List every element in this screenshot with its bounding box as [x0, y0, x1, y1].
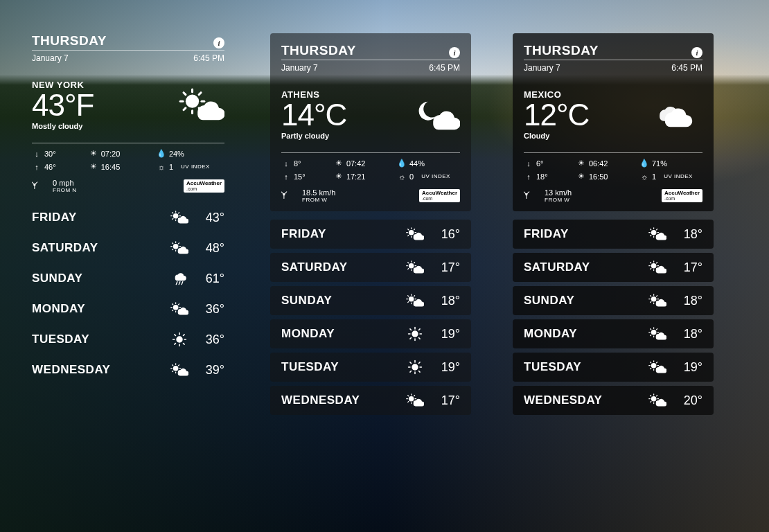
forecast-day: TUESDAY — [32, 332, 168, 346]
details-grid: ↓6° ☀06:42 💧71% ↑18° ☀16:50 ☼1 UV INDEX — [524, 159, 702, 181]
forecast-temp: 19° — [669, 360, 702, 375]
forecast-icon — [168, 362, 191, 378]
wind-icon — [524, 188, 539, 203]
current-temperature: 43°F — [32, 90, 94, 121]
forecast-row[interactable]: WEDNESDAY 17° — [270, 386, 471, 415]
current-date: January 7 — [281, 63, 318, 73]
wind-direction: N — [72, 187, 76, 193]
weather-widget: THURSDAY i January 7 6:45 PM NEW YORK 43… — [28, 33, 229, 415]
partly-cloudy-icon — [406, 293, 424, 308]
forecast-day: SATURDAY — [32, 241, 168, 255]
forecast-row[interactable]: SUNDAY 18° — [270, 286, 471, 315]
forecast-day: WEDNESDAY — [281, 393, 403, 407]
condition-text: Partly cloudy — [281, 132, 346, 140]
forecast-row[interactable]: SATURDAY 17° — [513, 253, 714, 282]
sunset: ☀16:45 — [89, 162, 157, 171]
info-button[interactable]: i — [691, 47, 702, 58]
sunrise: ☀07:20 — [89, 149, 157, 158]
header-row: THURSDAY i — [524, 43, 702, 60]
accuweather-logo[interactable]: AccuWeather .com — [184, 179, 224, 193]
forecast-temp: 19° — [427, 327, 460, 342]
current-date: January 7 — [32, 53, 69, 63]
forecast-row[interactable]: WEDNESDAY 20° — [513, 386, 714, 415]
info-button[interactable]: i — [449, 47, 460, 58]
high-temp: ↑15° — [281, 172, 334, 181]
forecast-day: FRIDAY — [32, 211, 168, 224]
forecast-temp: 61° — [191, 272, 224, 286]
sunrise-icon: ☀ — [334, 159, 344, 168]
accuweather-logo[interactable]: AccuWeather .com — [662, 189, 702, 202]
current-time: 6:45 PM — [193, 53, 224, 63]
droplet-icon: 💧 — [157, 149, 166, 158]
condition-text: Mostly cloudy — [32, 122, 94, 130]
forecast-list: FRIDAY 43° SATURDAY 48° SUNDAY 61° MONDA… — [28, 206, 229, 382]
arrow-down-icon: ↓ — [524, 159, 533, 168]
sunrise-icon: ☀ — [89, 149, 98, 158]
forecast-icon — [646, 326, 669, 342]
details-grid: ↓30° ☀07:20 💧24% ↑46° ☀16:45 ☼1 UV INDEX — [32, 149, 224, 171]
forecast-temp: 36° — [191, 302, 224, 317]
forecast-temp: 18° — [427, 294, 460, 308]
partly-cloudy-icon — [179, 88, 224, 123]
partly-cloudy-icon — [170, 210, 188, 225]
condition-text: Cloudy — [524, 132, 589, 140]
forecast-row[interactable]: SUNDAY 18° — [513, 286, 714, 315]
current-time: 6:45 PM — [429, 63, 460, 73]
wind-icon — [524, 188, 539, 203]
forecast-row[interactable]: MONDAY 36° — [28, 297, 229, 321]
sunset: ☀17:21 — [334, 172, 397, 181]
forecast-row[interactable]: SATURDAY 17° — [270, 253, 471, 282]
forecast-temp: 48° — [191, 241, 224, 256]
forecast-day: WEDNESDAY — [524, 393, 646, 407]
divider — [281, 152, 460, 153]
forecast-icon — [646, 227, 669, 242]
forecast-row[interactable]: TUESDAY 19° — [270, 353, 471, 382]
current-weather-icon — [179, 88, 224, 123]
accuweather-logo[interactable]: AccuWeather .com — [419, 189, 460, 202]
current-conditions: ATHENS 14°C Partly cloudy — [281, 82, 460, 144]
forecast-row[interactable]: MONDAY 18° — [513, 319, 714, 348]
forecast-day: TUESDAY — [524, 360, 646, 374]
forecast-day: SATURDAY — [524, 260, 646, 274]
forecast-icon — [168, 301, 191, 317]
forecast-icon — [168, 332, 191, 347]
partly-cloudy-icon — [648, 326, 666, 342]
sunny-icon — [170, 332, 188, 347]
forecast-day: FRIDAY — [281, 227, 403, 241]
sunset-icon: ☀ — [576, 172, 586, 181]
uv-index: ☼0 UV INDEX — [397, 172, 460, 181]
sunrise-icon: ☀ — [576, 159, 586, 168]
wind-icon — [32, 178, 47, 193]
forecast-row[interactable]: TUESDAY 19° — [513, 353, 714, 382]
details-grid: ↓8° ☀07:42 💧44% ↑15° ☀17:21 ☼0 UV INDEX — [281, 159, 460, 181]
info-button[interactable]: i — [213, 37, 224, 48]
current-day: THURSDAY — [32, 33, 107, 48]
high-temp: ↑18° — [524, 172, 576, 181]
wind-icon — [281, 188, 297, 203]
forecast-row[interactable]: FRIDAY 16° — [270, 220, 471, 249]
forecast-row[interactable]: SUNDAY 61° — [28, 267, 229, 290]
partly-cloudy-icon — [648, 260, 666, 275]
forecast-row[interactable]: FRIDAY 18° — [513, 220, 714, 249]
forecast-row[interactable]: FRIDAY 43° — [28, 206, 229, 229]
weather-widget: THURSDAY i January 7 6:45 PM ATHENS 14°C… — [270, 33, 471, 415]
divider — [524, 152, 702, 153]
partly-cloudy-icon — [170, 240, 188, 256]
forecast-row[interactable]: TUESDAY 36° — [28, 328, 229, 351]
wind-direction: W — [564, 197, 569, 203]
forecast-row[interactable]: MONDAY 19° — [270, 319, 471, 348]
forecast-temp: 16° — [427, 227, 460, 242]
forecast-icon — [168, 271, 191, 286]
forecast-row[interactable]: WEDNESDAY 39° — [28, 358, 229, 382]
partly-cloudy-icon — [170, 301, 188, 317]
weather-widget: THURSDAY i January 7 6:45 PM MEXICO 12°C… — [513, 33, 714, 415]
forecast-row[interactable]: SATURDAY 48° — [28, 236, 229, 260]
partly-cloudy-icon — [648, 393, 666, 408]
current-temperature: 14°C — [281, 100, 346, 130]
forecast-temp: 18° — [669, 294, 702, 308]
current-day: THURSDAY — [524, 43, 599, 58]
divider — [32, 143, 224, 143]
partly-cloudy-icon — [406, 393, 424, 408]
forecast-icon — [646, 260, 669, 275]
uv-icon: ☼ — [639, 172, 649, 181]
